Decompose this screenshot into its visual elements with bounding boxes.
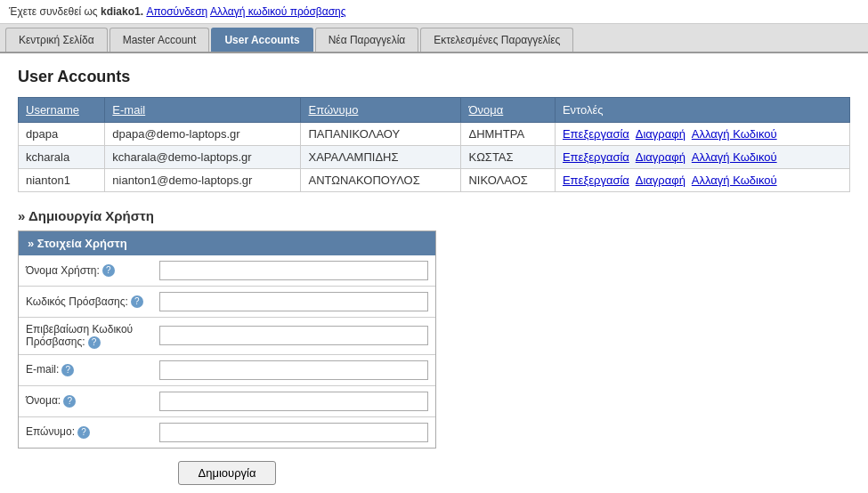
cell-username: dpapa: [19, 123, 105, 146]
create-user-section-title: Δημιουργία Χρήστη: [18, 208, 850, 223]
top-bar: Έχετε συνδεθεί ως kdiako1. Αποσύνδεση Αλ…: [0, 0, 868, 24]
col-header-lastname: Επώνυμο: [301, 98, 461, 123]
table-row: nianton1nianton1@demo-laptops.grΑΝΤΩΝΑΚΟ…: [19, 169, 850, 192]
input-username[interactable]: [159, 261, 428, 280]
label-username: Όνομα Χρήστη:?: [26, 264, 159, 278]
form-row-lastname: Επώνυμο:?: [19, 417, 435, 448]
cell-firstname: ΔΗΜΗΤΡΑ: [461, 123, 555, 146]
table-row: dpapadpapa@demo-laptops.grΠΑΠΑΝΙΚΟΛΑΟΥΔΗ…: [19, 123, 850, 146]
action-επεξεργασία-0[interactable]: Επεξεργασία: [563, 127, 629, 141]
input-firstname[interactable]: [159, 392, 428, 411]
col-header-actions: Εντολές: [555, 98, 849, 123]
action-αλλαγή-κωδικού-0[interactable]: Αλλαγή Κωδικού: [692, 127, 777, 141]
form-row-firstname: Όνομα:?: [19, 386, 435, 417]
cell-firstname: ΚΩΣΤΑΣ: [461, 146, 555, 169]
cell-email: kcharala@demo-laptops.gr: [105, 146, 301, 169]
logged-in-prefix: Έχετε συνδεθεί ως: [9, 5, 101, 18]
logged-in-username: kdiako1.: [101, 5, 143, 18]
action-αλλαγή-κωδικού-1[interactable]: Αλλαγή Κωδικού: [692, 150, 777, 164]
help-icon-lastname[interactable]: ?: [77, 426, 90, 439]
cell-actions: Επεξεργασία Διαγραφή Αλλαγή Κωδικού: [555, 169, 849, 192]
input-confirm_password[interactable]: [159, 326, 428, 345]
help-icon-confirm_password[interactable]: ?: [88, 336, 101, 349]
change-password-link[interactable]: Αλλαγή κωδικού πρόσβασης: [210, 5, 346, 18]
action-αλλαγή-κωδικού-2[interactable]: Αλλαγή Κωδικού: [692, 174, 777, 187]
label-firstname: Όνομα:?: [26, 394, 159, 408]
cell-firstname: ΝΙΚΟΛΑΟΣ: [461, 169, 555, 192]
nav-tabs: Κεντρική Σελίδα Master Account User Acco…: [0, 24, 868, 53]
tab-master[interactable]: Master Account: [110, 28, 210, 52]
cell-actions: Επεξεργασία Διαγραφή Αλλαγή Κωδικού: [555, 123, 849, 146]
action-διαγραφή-1[interactable]: Διαγραφή: [636, 150, 685, 164]
cell-lastname: ΧΑΡΑΛΑΜΠΙΔΗΣ: [301, 146, 461, 169]
action-διαγραφή-2[interactable]: Διαγραφή: [636, 174, 685, 187]
form-row-email: E-mail:?: [19, 355, 435, 386]
sort-lastname[interactable]: Επώνυμο: [308, 103, 358, 117]
action-επεξεργασία-2[interactable]: Επεξεργασία: [563, 174, 629, 187]
help-icon-email[interactable]: ?: [61, 364, 74, 376]
main-content: User Accounts Username E-mail Επώνυμο Όν…: [0, 53, 868, 493]
cell-username: nianton1: [19, 169, 105, 192]
label-confirm_password: Επιβεβαίωση Κωδικού Πρόσβασης:?: [26, 323, 159, 349]
sort-username[interactable]: Username: [26, 103, 79, 117]
cell-lastname: ΠΑΠΑΝΙΚΟΛΑΟΥ: [301, 123, 461, 146]
label-email: E-mail:?: [26, 363, 159, 376]
page-title: User Accounts: [18, 68, 850, 86]
input-password[interactable]: [159, 292, 428, 311]
cell-actions: Επεξεργασία Διαγραφή Αλλαγή Κωδικού: [555, 146, 849, 169]
tab-completed[interactable]: Εκτελεσμένες Παραγγελίες: [420, 28, 573, 52]
sort-firstname[interactable]: Όνομα: [468, 103, 503, 117]
table-row: kcharalakcharala@demo-laptops.grΧΑΡΑΛΑΜΠ…: [19, 146, 850, 169]
cell-lastname: ΑΝΤΩΝΑΚΟΠΟΥΛΟΣ: [301, 169, 461, 192]
input-lastname[interactable]: [159, 423, 428, 442]
action-επεξεργασία-1[interactable]: Επεξεργασία: [563, 150, 629, 164]
user-accounts-table: Username E-mail Επώνυμο Όνομα Εντολές dp…: [18, 97, 850, 192]
cell-username: kcharala: [19, 146, 105, 169]
action-διαγραφή-0[interactable]: Διαγραφή: [636, 127, 685, 141]
cell-email: dpapa@demo-laptops.gr: [105, 123, 301, 146]
label-password: Κωδικός Πρόσβασης:?: [26, 295, 159, 309]
form-row-confirm_password: Επιβεβαίωση Κωδικού Πρόσβασης:?: [19, 318, 435, 355]
form-row-password: Κωδικός Πρόσβασης:?: [19, 287, 435, 318]
form-actions: Δημιουργία: [18, 461, 436, 485]
help-icon-password[interactable]: ?: [131, 295, 143, 308]
form-row-username: Όνομα Χρήστη:?: [19, 255, 435, 287]
cell-email: nianton1@demo-laptops.gr: [105, 169, 301, 192]
help-icon-firstname[interactable]: ?: [63, 395, 76, 408]
logout-link[interactable]: Αποσύνδεση: [146, 5, 207, 18]
user-form-box: Στοιχεία Χρήστη Όνομα Χρήστη:?Κωδικός Πρ…: [18, 230, 436, 449]
col-header-firstname: Όνομα: [461, 98, 555, 123]
sort-email[interactable]: E-mail: [112, 103, 145, 117]
col-header-email: E-mail: [105, 98, 301, 123]
help-icon-username[interactable]: ?: [102, 264, 115, 277]
col-header-username: Username: [19, 98, 105, 123]
tab-new-order[interactable]: Νέα Παραγγελία: [315, 28, 419, 52]
tab-users[interactable]: User Accounts: [211, 28, 312, 52]
input-email[interactable]: [159, 360, 428, 380]
tab-home[interactable]: Κεντρική Σελίδα: [5, 28, 108, 52]
form-box-header: Στοιχεία Χρήστη: [19, 231, 435, 255]
create-button[interactable]: Δημιουργία: [178, 461, 277, 485]
label-lastname: Επώνυμο:?: [26, 425, 159, 439]
